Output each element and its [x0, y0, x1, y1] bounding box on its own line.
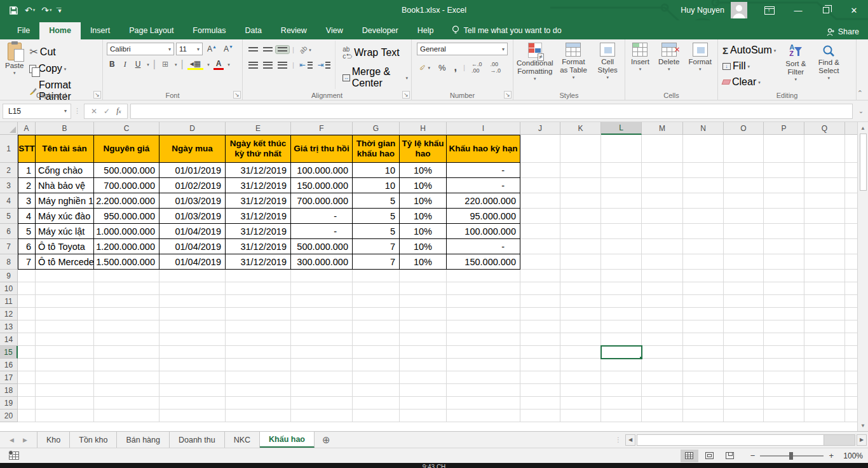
- cell-Q10[interactable]: [804, 282, 845, 295]
- cell-O8[interactable]: [724, 254, 764, 270]
- cell-L14[interactable]: [601, 333, 642, 346]
- cell-G20[interactable]: [353, 410, 400, 422]
- cell-D17[interactable]: [159, 371, 226, 384]
- cell-I20[interactable]: [447, 410, 520, 422]
- cell-N17[interactable]: [683, 371, 724, 384]
- cell-C9[interactable]: [94, 270, 159, 282]
- cell-M17[interactable]: [642, 371, 683, 384]
- name-box[interactable]: L15▾: [3, 104, 71, 119]
- cell-L15[interactable]: [601, 346, 642, 359]
- cell-D18[interactable]: [159, 384, 226, 397]
- cell-J2[interactable]: [520, 163, 560, 178]
- cell-X13[interactable]: [845, 320, 857, 333]
- percent-style-icon[interactable]: %: [437, 62, 448, 74]
- cell-Q16[interactable]: [804, 359, 845, 371]
- bottom-align-icon[interactable]: [276, 46, 289, 53]
- cell-I19[interactable]: [447, 397, 520, 410]
- cell-K13[interactable]: [560, 320, 601, 333]
- alignment-dialog-launcher[interactable]: ↘: [402, 91, 410, 99]
- cell-L12[interactable]: [601, 308, 642, 320]
- cell-Q8[interactable]: [804, 254, 845, 270]
- cell-X12[interactable]: [845, 308, 857, 320]
- cell-A5[interactable]: 4: [18, 209, 36, 224]
- fill-color-icon[interactable]: ◂▦: [187, 59, 203, 70]
- page-layout-view-icon[interactable]: [701, 450, 719, 462]
- cell-N19[interactable]: [683, 397, 724, 410]
- cell-P7[interactable]: [764, 239, 804, 254]
- cell-L6[interactable]: [601, 224, 642, 239]
- decrease-indent-icon[interactable]: ⇤: [297, 59, 315, 71]
- cell-G11[interactable]: [353, 295, 400, 308]
- cell-O17[interactable]: [724, 371, 764, 384]
- column-header-partial[interactable]: [845, 122, 857, 135]
- cell-G1[interactable]: Thời gian khấu hao: [353, 135, 400, 163]
- next-sheet-icon[interactable]: ▶: [23, 437, 27, 443]
- cell-F9[interactable]: [291, 270, 353, 282]
- cell-H2[interactable]: 10%: [400, 163, 447, 178]
- cell-E4[interactable]: 31/12/2019: [226, 193, 291, 209]
- cell-F18[interactable]: [291, 384, 353, 397]
- minimize-button[interactable]: —: [784, 0, 812, 20]
- cell-K19[interactable]: [560, 397, 601, 410]
- cell-P18[interactable]: [764, 384, 804, 397]
- fill-handle[interactable]: [639, 356, 642, 359]
- insert-cells-button[interactable]: Insert▾: [627, 41, 653, 89]
- cell-K12[interactable]: [560, 308, 601, 320]
- cell-L13[interactable]: [601, 320, 642, 333]
- cell-A4[interactable]: 3: [18, 193, 36, 209]
- cell-F4[interactable]: 700.000.000: [291, 193, 353, 209]
- cell-N12[interactable]: [683, 308, 724, 320]
- merge-center-button[interactable]: ↔Merge & Center▾: [341, 65, 410, 90]
- cell-X5[interactable]: [845, 209, 857, 224]
- cell-N11[interactable]: [683, 295, 724, 308]
- cell-D8[interactable]: 01/04/2019: [159, 254, 226, 270]
- formula-input[interactable]: [130, 104, 853, 119]
- cell-B13[interactable]: [36, 320, 94, 333]
- cell-C20[interactable]: [94, 410, 159, 422]
- cell-P3[interactable]: [764, 178, 804, 193]
- cell-A9[interactable]: [18, 270, 36, 282]
- decrease-decimal-icon[interactable]: .00→.0: [489, 60, 503, 75]
- cell-F15[interactable]: [291, 346, 353, 359]
- cell-N2[interactable]: [683, 163, 724, 178]
- horizontal-scrollbar[interactable]: ◀ ▶: [625, 432, 868, 448]
- cell-Q11[interactable]: [804, 295, 845, 308]
- format-cells-button[interactable]: Format▾: [684, 41, 715, 89]
- cell-K6[interactable]: [560, 224, 601, 239]
- cell-N6[interactable]: [683, 224, 724, 239]
- cell-B19[interactable]: [36, 397, 94, 410]
- cell-E19[interactable]: [226, 397, 291, 410]
- column-header-M[interactable]: M: [642, 122, 683, 135]
- column-header-G[interactable]: G: [353, 122, 400, 135]
- cell-M14[interactable]: [642, 333, 683, 346]
- scroll-right-icon[interactable]: ▶: [857, 434, 867, 446]
- save-icon[interactable]: [9, 6, 18, 15]
- cell-Q14[interactable]: [804, 333, 845, 346]
- cell-B2[interactable]: Cổng chào: [36, 163, 94, 178]
- cell-M4[interactable]: [642, 193, 683, 209]
- cell-M18[interactable]: [642, 384, 683, 397]
- cell-F12[interactable]: [291, 308, 353, 320]
- cell-K8[interactable]: [560, 254, 601, 270]
- cell-G8[interactable]: 7: [353, 254, 400, 270]
- name-box-dropdown-icon[interactable]: ▾: [64, 108, 71, 114]
- column-header-Q[interactable]: Q: [804, 122, 845, 135]
- cell-M3[interactable]: [642, 178, 683, 193]
- cell-P20[interactable]: [764, 410, 804, 422]
- cell-Q20[interactable]: [804, 410, 845, 422]
- row-header-10[interactable]: 10: [0, 282, 18, 295]
- cell-F20[interactable]: [291, 410, 353, 422]
- tab-scroll-splitter[interactable]: ⋮: [611, 432, 625, 448]
- enter-formula-icon[interactable]: ✓: [104, 107, 110, 116]
- cell-O7[interactable]: [724, 239, 764, 254]
- cell-J17[interactable]: [520, 371, 560, 384]
- cell-G6[interactable]: 5: [353, 224, 400, 239]
- cell-X1[interactable]: [845, 135, 857, 163]
- font-name-combo[interactable]: Calibri▾: [107, 43, 174, 55]
- cell-L9[interactable]: [601, 270, 642, 282]
- cell-H12[interactable]: [400, 308, 447, 320]
- cell-F3[interactable]: 150.000.000: [291, 178, 353, 193]
- cell-L10[interactable]: [601, 282, 642, 295]
- fill-button[interactable]: ↓Fill▾: [721, 59, 778, 73]
- column-header-P[interactable]: P: [764, 122, 804, 135]
